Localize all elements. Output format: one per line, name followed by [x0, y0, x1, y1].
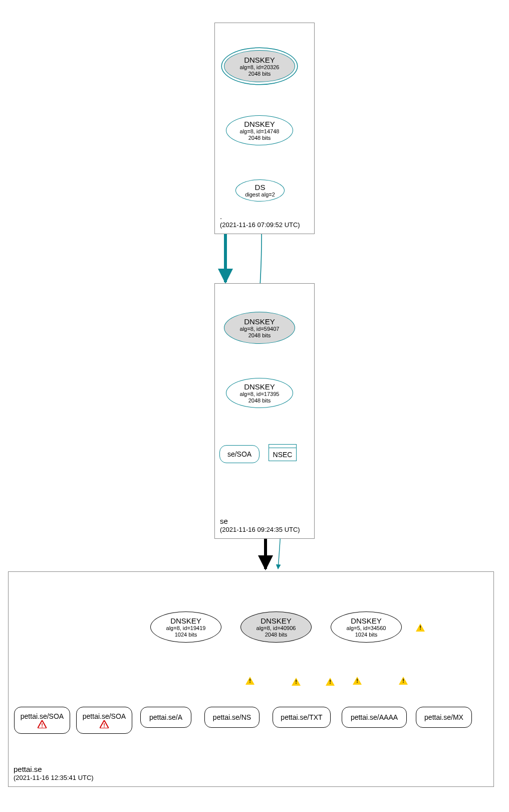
node-pettai-soa2: pettai.se/SOA ! — [76, 707, 132, 734]
pettai-ns-label: pettai.se/NS — [213, 713, 251, 721]
zone-se-ts: (2021-11-16 09:24:35 UTC) — [220, 526, 300, 534]
node-se-nsec: NSEC — [269, 444, 297, 461]
pettai-k3-line1: alg=5, id=34560 — [347, 625, 386, 632]
node-se-ksk: DNSKEY alg=8, id=59407 2048 bits — [224, 312, 295, 344]
node-root-ksk: DNSKEY alg=8, id=20326 2048 bits — [224, 50, 295, 82]
node-root-zsk: DNSKEY alg=8, id=14748 2048 bits — [226, 115, 293, 145]
zone-pettai-ts: (2021-11-16 12:35:41 UTC) — [14, 774, 94, 782]
pettai-k2-line2: 2048 bits — [265, 632, 288, 638]
zone-se-name: se — [220, 516, 300, 526]
warning-icon — [353, 677, 362, 685]
root-zsk-title: DNSKEY — [244, 120, 275, 128]
node-root-ds: DS digest alg=2 — [235, 179, 285, 201]
pettai-k1-line2: 1024 bits — [175, 632, 197, 638]
node-pettai-aaaa: pettai.se/AAAA — [342, 707, 407, 728]
se-nsec-label: NSEC — [273, 451, 293, 459]
root-ds-line1: digest alg=2 — [245, 191, 275, 198]
pettai-k2-line1: alg=8, id=40906 — [257, 625, 296, 632]
zone-se-label: se (2021-11-16 09:24:35 UTC) — [220, 516, 300, 534]
zone-root-ts: (2021-11-16 07:09:52 UTC) — [220, 221, 300, 230]
root-zsk-line1: alg=8, id=14748 — [240, 128, 280, 135]
zone-root-name: . — [220, 212, 300, 222]
zone-root-label: . (2021-11-16 07:09:52 UTC) — [220, 212, 300, 230]
node-pettai-k2: DNSKEY alg=8, id=40906 2048 bits — [240, 612, 312, 643]
se-ksk-line2: 2048 bits — [248, 332, 271, 339]
pettai-k2-title: DNSKEY — [261, 617, 292, 625]
node-pettai-mx: pettai.se/MX — [416, 707, 472, 728]
svg-text:!: ! — [41, 722, 43, 728]
se-zsk-title: DNSKEY — [244, 382, 275, 391]
zone-pettai-label: pettai.se (2021-11-16 12:35:41 UTC) — [14, 764, 94, 782]
pettai-k3-line2: 1024 bits — [355, 632, 378, 638]
se-ksk-line1: alg=8, id=59407 — [240, 326, 280, 332]
se-soa-label: se/SOA — [227, 450, 251, 458]
warning-icon — [292, 678, 301, 686]
pettai-a-label: pettai.se/A — [149, 713, 182, 721]
se-zsk-line1: alg=8, id=17395 — [240, 391, 280, 397]
pettai-k1-title: DNSKEY — [170, 617, 201, 625]
node-pettai-k3: DNSKEY alg=5, id=34560 1024 bits — [331, 612, 402, 643]
node-pettai-a: pettai.se/A — [140, 707, 191, 728]
error-icon: ! — [38, 720, 47, 728]
zone-pettai-name: pettai.se — [14, 764, 94, 774]
warning-icon — [399, 677, 408, 685]
node-pettai-txt: pettai.se/TXT — [273, 707, 331, 728]
warning-icon — [245, 677, 254, 685]
warning-icon — [326, 678, 335, 686]
node-se-zsk: DNSKEY alg=8, id=17395 2048 bits — [226, 378, 293, 408]
warning-icon — [416, 624, 425, 632]
pettai-soa1-label: pettai.se/SOA — [21, 712, 64, 720]
root-ds-title: DS — [255, 183, 266, 191]
node-pettai-soa1: pettai.se/SOA ! — [14, 707, 70, 734]
node-pettai-ns: pettai.se/NS — [204, 707, 260, 728]
pettai-mx-label: pettai.se/MX — [424, 713, 463, 721]
root-zsk-line2: 2048 bits — [248, 135, 271, 141]
pettai-k3-title: DNSKEY — [351, 617, 382, 625]
pettai-txt-label: pettai.se/TXT — [281, 713, 322, 721]
error-icon: ! — [100, 720, 109, 728]
node-se-soa: se/SOA — [219, 445, 260, 463]
root-ksk-line1: alg=8, id=20326 — [240, 64, 280, 71]
node-pettai-k1: DNSKEY alg=8, id=19419 1024 bits — [150, 612, 221, 643]
pettai-soa2-label: pettai.se/SOA — [83, 712, 126, 720]
pettai-aaaa-label: pettai.se/AAAA — [351, 713, 398, 721]
pettai-k1-line1: alg=8, id=19419 — [166, 625, 206, 632]
root-ksk-line2: 2048 bits — [248, 71, 271, 77]
svg-text:!: ! — [103, 722, 105, 728]
se-zsk-line2: 2048 bits — [248, 397, 271, 404]
se-ksk-title: DNSKEY — [244, 317, 275, 326]
root-ksk-title: DNSKEY — [244, 56, 275, 64]
